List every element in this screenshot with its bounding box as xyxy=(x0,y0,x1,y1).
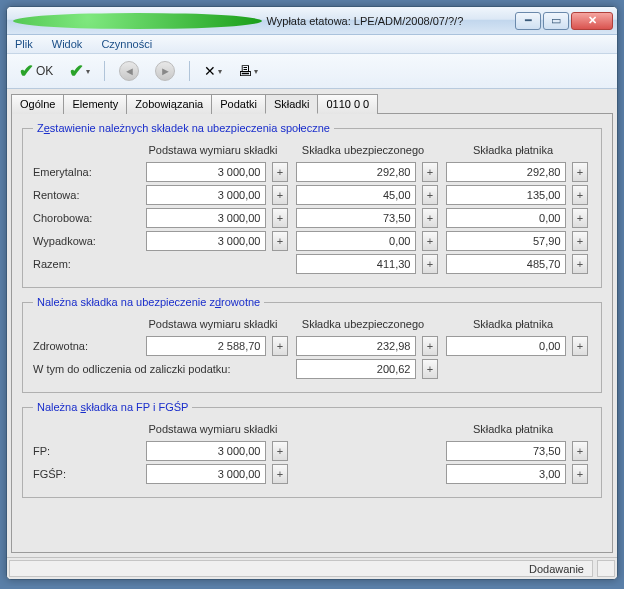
expand-button[interactable]: + xyxy=(572,464,588,484)
expand-button[interactable]: + xyxy=(422,359,438,379)
value-field[interactable]: 73,50 xyxy=(446,441,566,461)
tab-0110[interactable]: 0110 0 0 xyxy=(317,94,378,114)
value-field[interactable]: 3,00 xyxy=(446,464,566,484)
tab-zobowiazania[interactable]: Zobowiązania xyxy=(126,94,212,114)
nav-back-button[interactable]: ◄ xyxy=(113,59,145,83)
value-field[interactable]: 200,62 xyxy=(296,359,416,379)
expand-button[interactable]: + xyxy=(572,185,588,205)
expand-button[interactable]: + xyxy=(272,208,288,228)
value-field[interactable]: 57,90 xyxy=(446,231,566,251)
group-legend: Należna składka na FP i FGŚP xyxy=(33,401,192,413)
value-field[interactable]: 411,30 xyxy=(296,254,416,274)
window-title: Wypłata etatowa: LPE/ADM/2008/07/?/? xyxy=(267,15,516,27)
expand-button[interactable]: + xyxy=(272,441,288,461)
expand-button[interactable]: + xyxy=(422,208,438,228)
expand-button[interactable]: + xyxy=(572,336,588,356)
tab-skladki[interactable]: Składki xyxy=(265,94,318,114)
group-legend: Zestawienie należnych składek na ubezpie… xyxy=(33,122,334,134)
expand-button[interactable]: + xyxy=(572,208,588,228)
value-field[interactable]: 485,70 xyxy=(446,254,566,274)
value-field[interactable]: 3 000,00 xyxy=(146,441,266,461)
print-button[interactable]: 🖶▾ xyxy=(232,61,264,81)
expand-button[interactable]: + xyxy=(572,231,588,251)
value-field[interactable]: 73,50 xyxy=(296,208,416,228)
apply-button[interactable]: ✔ ▾ xyxy=(63,58,96,84)
menubar: Plik Widok Czynności xyxy=(7,35,617,54)
value-field[interactable]: 2 588,70 xyxy=(146,336,266,356)
expand-button[interactable]: + xyxy=(572,162,588,182)
expand-button[interactable]: + xyxy=(272,185,288,205)
value-field[interactable]: 292,80 xyxy=(446,162,566,182)
menu-file[interactable]: Plik xyxy=(15,38,33,50)
row-label: Zdrowotna: xyxy=(33,340,138,352)
row-label: Razem: xyxy=(33,258,138,270)
value-field[interactable]: 135,00 xyxy=(446,185,566,205)
expand-button[interactable]: + xyxy=(272,464,288,484)
separator xyxy=(104,61,105,81)
tab-ogolne[interactable]: Ogólne xyxy=(11,94,64,114)
arrow-left-icon: ◄ xyxy=(119,61,139,81)
table-row: Chorobowa:3 000,00+73,50+0,00+ xyxy=(33,208,591,228)
expand-button[interactable]: + xyxy=(572,441,588,461)
value-field[interactable]: 45,00 xyxy=(296,185,416,205)
row-deduction: W tym do odliczenia od zaliczki podatku:… xyxy=(33,359,591,379)
row-label: Rentowa: xyxy=(33,189,138,201)
value-field[interactable]: 232,98 xyxy=(296,336,416,356)
tools-icon: ✕ xyxy=(204,63,216,79)
row-label: FP: xyxy=(33,445,138,457)
value-field[interactable]: 3 000,00 xyxy=(146,231,266,251)
col-header-insured: Składka ubezpieczonego xyxy=(288,144,438,156)
app-window: Wypłata etatowa: LPE/ADM/2008/07/?/? ━ ▭… xyxy=(6,6,618,580)
row-label: Emerytalna: xyxy=(33,166,138,178)
toolbar: ✔ OK ✔ ▾ ◄ ► ✕▾ 🖶▾ xyxy=(7,54,617,89)
chevron-down-icon: ▾ xyxy=(86,67,90,76)
expand-button[interactable]: + xyxy=(422,185,438,205)
tab-elementy[interactable]: Elementy xyxy=(63,94,127,114)
col-header-basis: Podstawa wymiaru składki xyxy=(138,423,288,435)
expand-button[interactable]: + xyxy=(572,254,588,274)
check-icon: ✔ xyxy=(19,60,34,82)
content-area: Ogólne Elementy Zobowiązania Podatki Skł… xyxy=(7,89,617,557)
ok-button[interactable]: ✔ OK xyxy=(13,58,59,84)
titlebar[interactable]: Wypłata etatowa: LPE/ADM/2008/07/?/? ━ ▭… xyxy=(7,7,617,35)
value-field[interactable]: 292,80 xyxy=(296,162,416,182)
row-label: W tym do odliczenia od zaliczki podatku: xyxy=(33,363,288,375)
menu-actions[interactable]: Czynności xyxy=(101,38,152,50)
row-zdrowotna: Zdrowotna: 2 588,70+ 232,98+ 0,00+ xyxy=(33,336,591,356)
expand-button[interactable]: + xyxy=(422,336,438,356)
value-field[interactable]: 3 000,00 xyxy=(146,464,266,484)
value-field[interactable]: 0,00 xyxy=(446,208,566,228)
tab-podatki[interactable]: Podatki xyxy=(211,94,266,114)
table-row: Rentowa:3 000,00+45,00+135,00+ xyxy=(33,185,591,205)
expand-button[interactable]: + xyxy=(272,162,288,182)
col-header-basis: Podstawa wymiaru składki xyxy=(138,318,288,330)
expand-button[interactable]: + xyxy=(272,231,288,251)
close-button[interactable]: ✕ xyxy=(571,12,613,30)
status-grip xyxy=(597,560,615,577)
menu-view[interactable]: Widok xyxy=(52,38,83,50)
value-field[interactable]: 3 000,00 xyxy=(146,185,266,205)
expand-button[interactable]: + xyxy=(272,336,288,356)
table-row: Razem:411,30+485,70+ xyxy=(33,254,591,274)
expand-button[interactable]: + xyxy=(422,162,438,182)
group-fp-fgsp: Należna składka na FP i FGŚP Podstawa wy… xyxy=(22,401,602,498)
table-row: FGŚP:3 000,00+3,00+ xyxy=(33,464,591,484)
col-header-payer: Składka płatnika xyxy=(438,318,588,330)
minimize-button[interactable]: ━ xyxy=(515,12,541,30)
chevron-down-icon: ▾ xyxy=(218,67,222,76)
maximize-button[interactable]: ▭ xyxy=(543,12,569,30)
value-field[interactable]: 0,00 xyxy=(446,336,566,356)
nav-forward-button[interactable]: ► xyxy=(149,59,181,83)
group-legend: Należna składka na ubezpieczenie zdrowot… xyxy=(33,296,264,308)
tab-panel: Zestawienie należnych składek na ubezpie… xyxy=(11,113,613,553)
value-field[interactable]: 3 000,00 xyxy=(146,162,266,182)
app-icon xyxy=(13,13,262,29)
chevron-down-icon: ▾ xyxy=(254,67,258,76)
expand-button[interactable]: + xyxy=(422,254,438,274)
expand-button[interactable]: + xyxy=(422,231,438,251)
value-field[interactable]: 3 000,00 xyxy=(146,208,266,228)
col-header-payer: Składka płatnika xyxy=(438,423,588,435)
separator xyxy=(189,61,190,81)
tools-button[interactable]: ✕▾ xyxy=(198,61,228,81)
value-field[interactable]: 0,00 xyxy=(296,231,416,251)
